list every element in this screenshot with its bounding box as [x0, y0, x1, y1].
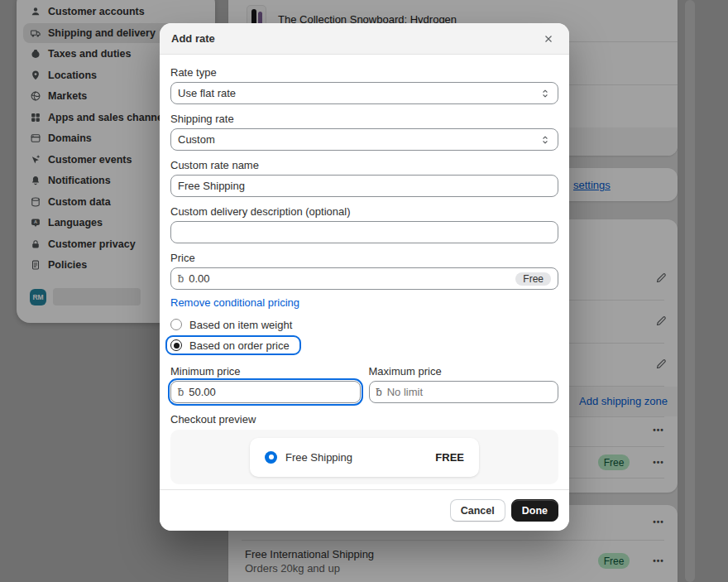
- custom-delivery-description-label: Custom delivery description (optional): [170, 205, 558, 218]
- maximum-price-label: Maximum price: [369, 365, 559, 378]
- rate-type-select[interactable]: Use flat rate: [170, 82, 558, 104]
- radio-based-on-item-weight[interactable]: Based on item weight: [170, 317, 558, 332]
- currency-prefix: ƀ: [178, 386, 184, 398]
- updown-caret-icon: [539, 88, 551, 99]
- checkout-preview-box: Free Shipping FREE: [170, 430, 558, 484]
- price-value-input[interactable]: [189, 268, 515, 289]
- custom-rate-name-label: Custom rate name: [170, 159, 558, 171]
- modal-header: Add rate: [160, 23, 569, 55]
- close-icon[interactable]: [539, 30, 558, 48]
- radio-icon: [170, 319, 182, 330]
- preview-rate-price: FREE: [435, 451, 464, 464]
- modal-title: Add rate: [171, 32, 215, 45]
- free-price-badge: Free: [515, 272, 551, 286]
- minimum-price-value-input[interactable]: [189, 382, 352, 402]
- checkout-preview-label: Checkout preview: [170, 413, 558, 426]
- maximum-price-input[interactable]: ƀ: [369, 381, 559, 403]
- custom-delivery-description-input[interactable]: [170, 221, 558, 243]
- price-input[interactable]: ƀ Free: [170, 267, 558, 290]
- custom-rate-name-input[interactable]: [170, 175, 558, 197]
- settings-page: The Collection Snowboard: Hydrogen setti…: [0, 0, 728, 582]
- rate-type-label: Rate type: [170, 66, 558, 79]
- radio-based-on-order-price[interactable]: Based on order price: [165, 335, 301, 355]
- currency-prefix: ƀ: [178, 272, 184, 285]
- updown-caret-icon: [539, 134, 551, 146]
- maximum-price-value-input[interactable]: [387, 382, 551, 402]
- price-label: Price: [170, 252, 558, 264]
- minimum-price-label: Minimum price: [170, 365, 361, 378]
- currency-prefix: ƀ: [376, 386, 382, 398]
- radio-selected-blue-icon: [265, 451, 277, 464]
- done-button[interactable]: Done: [511, 499, 558, 522]
- cancel-button[interactable]: Cancel: [450, 499, 505, 522]
- preview-rate-name: Free Shipping: [285, 451, 427, 464]
- modal-body: Rate type Use flat rate Shipping rate Cu…: [160, 55, 569, 489]
- checkout-preview-option: Free Shipping FREE: [250, 438, 479, 477]
- modal-footer: Cancel Done: [160, 489, 569, 531]
- remove-conditional-pricing-link[interactable]: Remove conditional pricing: [170, 296, 299, 309]
- shipping-rate-label: Shipping rate: [170, 113, 558, 125]
- minimum-price-input[interactable]: ƀ: [170, 381, 361, 403]
- add-rate-modal: Add rate Rate type Use flat rate Shippin…: [160, 23, 569, 531]
- shipping-rate-select[interactable]: Custom: [170, 128, 558, 151]
- radio-checked-icon: [170, 339, 182, 351]
